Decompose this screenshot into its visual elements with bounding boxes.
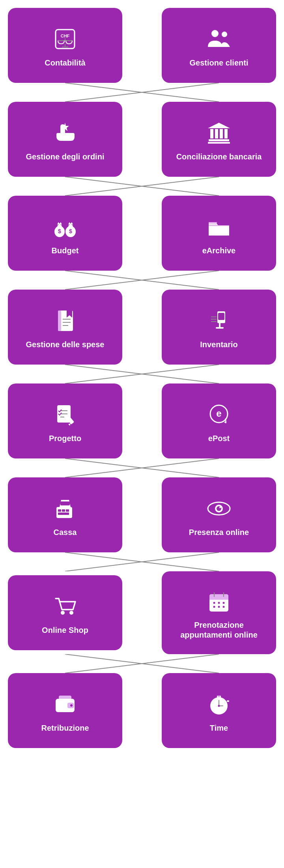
connector-5: [8, 458, 276, 477]
card-earchive-label: eArchive: [202, 246, 236, 256]
time-icon: [205, 690, 233, 718]
svg-rect-57: [58, 509, 61, 512]
svg-text:$: $: [58, 228, 61, 234]
svg-point-91: [218, 705, 220, 707]
row-3: $ $ Budget: [8, 196, 276, 271]
card-epost[interactable]: e ePost: [162, 383, 276, 458]
svg-rect-87: [218, 696, 220, 697]
card-conciliazione-bancaria[interactable]: Conciliazione bancaria: [162, 102, 276, 177]
card-prenotazione[interactable]: Prenotazione appuntamenti online: [162, 571, 276, 654]
connector-7: [8, 654, 276, 673]
card-online-shop[interactable]: Online Shop: [8, 575, 122, 650]
card-time-label: Time: [210, 723, 228, 733]
online-presence-icon: [205, 494, 233, 523]
card-gestione-clienti[interactable]: Gestione clienti: [162, 8, 276, 83]
row-1: CHF Contabilità: [8, 8, 276, 83]
card-presenza-online[interactable]: Presenza online: [162, 477, 276, 552]
card-presenza-online-label: Presenza online: [189, 528, 249, 537]
svg-rect-58: [62, 509, 65, 512]
row-4: Gestione delle spese Inventario: [8, 290, 276, 365]
row-7: Online Shop: [8, 571, 276, 654]
row-8: Retribuzione Time: [8, 673, 276, 748]
svg-rect-37: [219, 323, 220, 327]
card-time[interactable]: Time: [162, 673, 276, 748]
app-grid: CHF Contabilità: [8, 8, 276, 748]
card-gestione-clienti-label: Gestione clienti: [190, 58, 248, 68]
card-inventario[interactable]: Inventario: [162, 290, 276, 365]
card-online-shop-label: Online Shop: [42, 625, 88, 635]
svg-text:$: $: [69, 228, 72, 234]
connector-6: [8, 552, 276, 571]
svg-point-7: [222, 32, 227, 37]
card-retribuzione[interactable]: Retribuzione: [8, 673, 122, 748]
card-progetto[interactable]: Progetto: [8, 383, 122, 458]
card-cassa[interactable]: Cassa: [8, 477, 122, 552]
orders-icon: [51, 119, 79, 147]
card-gestione-spese-label: Gestione delle spese: [26, 340, 105, 350]
svg-marker-24: [57, 222, 62, 224]
accounting-icon: CHF: [51, 25, 79, 53]
row-2: Gestione degli ordini Conciliazione banc…: [8, 102, 276, 177]
card-earchive[interactable]: eArchive: [162, 196, 276, 271]
svg-point-68: [69, 611, 73, 615]
svg-rect-71: [209, 597, 228, 600]
svg-point-84: [70, 704, 73, 707]
shop-icon: [51, 592, 79, 621]
card-gestione-ordini[interactable]: Gestione degli ordini: [8, 102, 122, 177]
connector-4: [8, 365, 276, 383]
svg-marker-25: [68, 222, 73, 224]
budget-icon: $ $: [51, 213, 79, 241]
svg-point-77: [213, 606, 215, 608]
epost-icon: e: [205, 400, 233, 429]
connector-3: [8, 271, 276, 290]
card-conciliazione-label: Conciliazione bancaria: [176, 152, 262, 162]
svg-point-79: [223, 606, 225, 608]
inventory-icon: [205, 307, 233, 335]
card-epost-label: ePost: [208, 434, 230, 443]
svg-point-78: [218, 606, 220, 608]
project-icon: [51, 400, 79, 429]
payroll-icon: [51, 690, 79, 718]
bank-icon: [205, 119, 233, 147]
row-5: Progetto e ePost: [8, 383, 276, 458]
card-contabilita[interactable]: CHF Contabilità: [8, 8, 122, 83]
row-6: Cassa Presenza online: [8, 477, 276, 552]
svg-marker-49: [68, 423, 71, 426]
connector-2: [8, 177, 276, 196]
svg-rect-17: [208, 142, 230, 144]
expenses-icon: [51, 307, 79, 335]
svg-rect-59: [66, 509, 69, 512]
cash-icon: [51, 494, 79, 523]
svg-rect-88: [227, 700, 229, 702]
svg-rect-26: [209, 224, 229, 226]
card-contabilita-label: Contabilità: [45, 58, 85, 68]
svg-rect-36: [218, 313, 224, 320]
svg-text:CHF: CHF: [61, 34, 70, 38]
svg-rect-15: [224, 129, 228, 138]
card-gestione-spese[interactable]: Gestione delle spese: [8, 290, 122, 365]
svg-point-6: [211, 30, 219, 37]
archive-icon: [205, 213, 233, 241]
card-cassa-label: Cassa: [54, 528, 77, 537]
svg-point-74: [213, 602, 215, 604]
card-retribuzione-label: Retribuzione: [41, 723, 89, 733]
card-budget[interactable]: $ $ Budget: [8, 196, 122, 271]
svg-rect-38: [216, 327, 224, 329]
card-inventario-label: Inventario: [200, 340, 238, 350]
svg-rect-13: [215, 129, 218, 138]
svg-rect-12: [210, 129, 213, 138]
svg-rect-30: [58, 311, 61, 331]
svg-rect-56: [60, 501, 70, 505]
card-gestione-ordini-label: Gestione degli ordini: [26, 152, 105, 162]
svg-point-76: [223, 602, 225, 604]
svg-rect-16: [209, 139, 229, 141]
booking-icon: [205, 587, 233, 615]
card-progetto-label: Progetto: [49, 434, 81, 443]
svg-point-64: [219, 507, 221, 508]
clients-icon: [205, 25, 233, 53]
svg-text:e: e: [216, 408, 221, 419]
svg-point-75: [218, 602, 220, 604]
svg-rect-60: [58, 513, 69, 515]
svg-rect-14: [220, 129, 223, 138]
card-prenotazione-label: Prenotazione appuntamenti online: [168, 620, 270, 640]
